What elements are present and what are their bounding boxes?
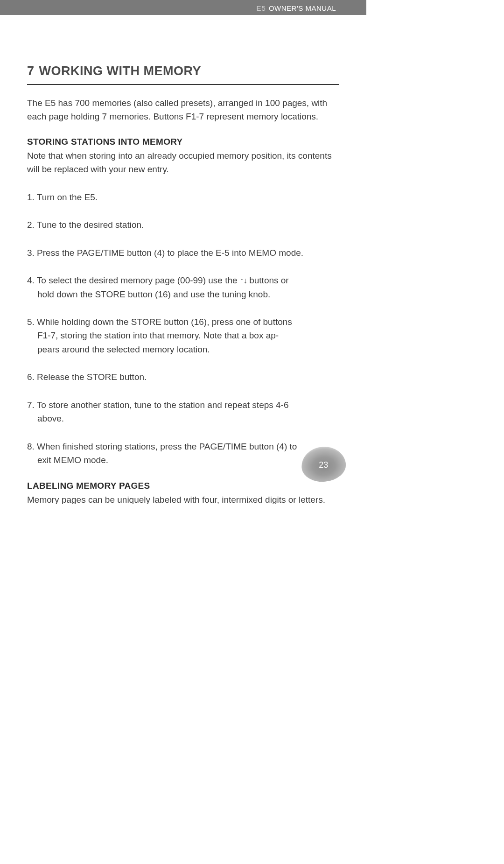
- step-5-text-c: pears around the selected memory locatio…: [27, 343, 339, 356]
- labeling-section: LABELING MEMORY PAGES Memory pages can b…: [27, 481, 339, 504]
- labeling-text: Memory pages can be uniquely labeled wit…: [27, 493, 339, 504]
- step-4-text-b: buttons or: [247, 275, 289, 285]
- storing-steps-list: 1. Turn on the E5. 2. Tune to the desire…: [27, 190, 339, 467]
- step-4-text-c: hold down the STORE button (16) and use …: [27, 288, 339, 301]
- page-content: 7WORKING WITH MEMORY The E5 has 700 memo…: [0, 15, 366, 504]
- step-4-text-a: 4. To select the desired memory page (00…: [27, 275, 240, 285]
- section-heading-storing: STORING STATIONS INTO MEMORY: [27, 137, 339, 147]
- step-5-text-b: F1-7, storing the station into that memo…: [27, 329, 339, 342]
- step-5-text-a: 5. While holding down the STORE button (…: [27, 317, 292, 327]
- header-manual-title: OWNER'S MANUAL: [269, 4, 336, 12]
- chapter-number: 7: [27, 64, 35, 78]
- step-8: 8. When finished storing stations, press…: [27, 440, 339, 467]
- step-5: 5. While holding down the STORE button (…: [27, 315, 339, 356]
- step-7-text-b: above.: [27, 412, 339, 425]
- step-7: 7. To store another station, tune to the…: [27, 398, 339, 426]
- header-bar: E5 OWNER'S MANUAL: [0, 0, 366, 15]
- step-1: 1. Turn on the E5.: [27, 190, 339, 204]
- step-8-text-b: exit MEMO mode.: [27, 453, 339, 467]
- step-4: 4. To select the desired memory page (00…: [27, 274, 339, 301]
- step-3: 3. Press the PAGE/TIME button (4) to pla…: [27, 246, 339, 260]
- storing-note: Note that when storing into an already o…: [27, 149, 339, 176]
- step-7-text-a: 7. To store another station, tune to the…: [27, 400, 289, 410]
- step-6: 6. Release the STORE button.: [27, 370, 339, 384]
- chapter-heading: 7WORKING WITH MEMORY: [27, 64, 339, 85]
- up-down-arrows-icon: ↑↓: [240, 276, 247, 285]
- step-8-text-a: 8. When finished storing stations, press…: [27, 442, 297, 451]
- page-number: 23: [319, 460, 329, 470]
- section-heading-labeling: LABELING MEMORY PAGES: [27, 481, 339, 491]
- intro-paragraph: The E5 has 700 memories (also called pre…: [27, 96, 339, 124]
- header-product-code: E5: [257, 4, 266, 12]
- step-2: 2. Tune to the desired station.: [27, 218, 339, 232]
- chapter-title: WORKING WITH MEMORY: [39, 64, 201, 78]
